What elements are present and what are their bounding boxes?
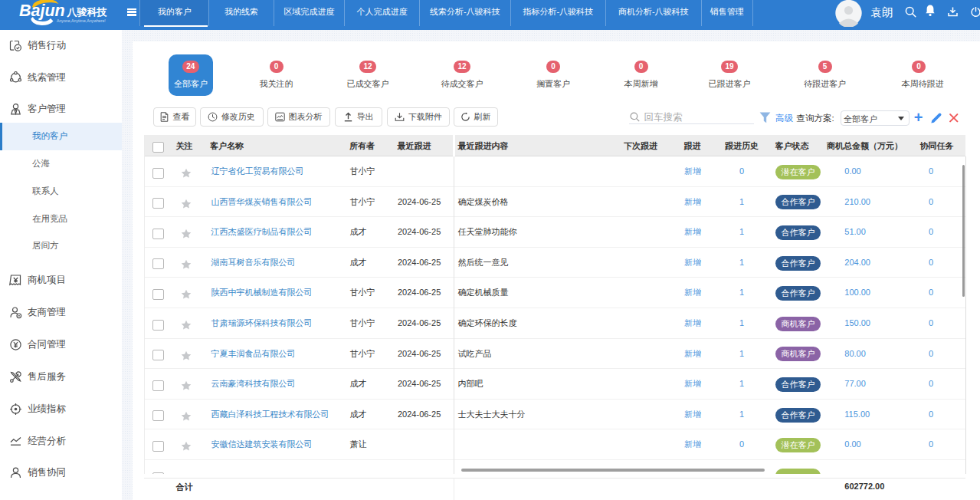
svg-text:八骏科技: 八骏科技: [67, 6, 108, 18]
svg-text:Anyone,Anytime,Anywhere!: Anyone,Anytime,Anywhere!: [57, 18, 106, 23]
svg-text:Bajun: Bajun: [19, 2, 65, 20]
